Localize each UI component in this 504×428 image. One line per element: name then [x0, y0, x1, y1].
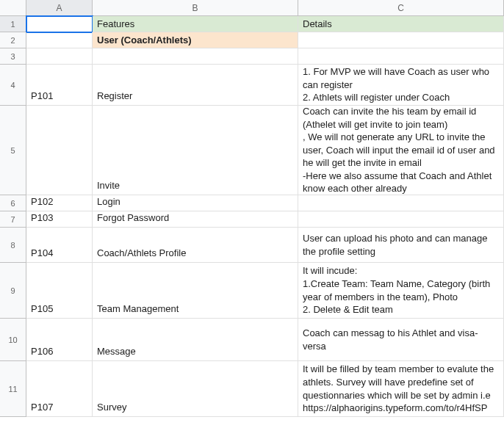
cell-b8[interactable]: Coach/Athlets Profile	[93, 228, 298, 263]
cell-b2[interactable]: User (Coach/Athlets)	[93, 32, 298, 48]
cell-c11[interactable]: It will be filled by team member to eval…	[298, 361, 504, 417]
cell-a11[interactable]: P107	[26, 361, 93, 417]
column-header-c[interactable]: C	[298, 0, 504, 16]
row-header-1[interactable]: 1	[0, 16, 26, 32]
cell-c4[interactable]: 1. For MVP we will have Coach as user wh…	[298, 65, 504, 106]
cell-c3[interactable]	[298, 48, 504, 65]
cell-b10[interactable]: Message	[93, 319, 298, 361]
spreadsheet[interactable]: ABC1FeaturesDetails2User (Coach/Athlets)…	[0, 0, 504, 417]
cell-c1[interactable]: Details	[298, 16, 504, 32]
row-header-7[interactable]: 7	[0, 211, 26, 228]
row-header-3[interactable]: 3	[0, 48, 26, 65]
cell-a3[interactable]	[26, 48, 93, 65]
cell-c10[interactable]: Coach can messag to his Athlet and visa-…	[298, 319, 504, 361]
cell-c2[interactable]	[298, 32, 504, 48]
row-header-6[interactable]: 6	[0, 195, 26, 211]
cell-a4[interactable]: P101	[26, 65, 93, 106]
row-header-11[interactable]: 11	[0, 361, 26, 417]
cell-a8[interactable]: P104	[26, 228, 93, 263]
cell-b1[interactable]: Features	[93, 16, 298, 32]
cell-b11[interactable]: Survey	[93, 361, 298, 417]
cell-a6[interactable]: P102	[26, 195, 93, 211]
cell-a5[interactable]	[26, 106, 93, 195]
cell-a1[interactable]	[26, 16, 93, 32]
select-all-corner[interactable]	[0, 0, 26, 16]
row-header-8[interactable]: 8	[0, 228, 26, 263]
cell-a10[interactable]: P106	[26, 319, 93, 361]
cell-c8[interactable]: User can upload his photo and can manage…	[298, 228, 504, 263]
cell-b4[interactable]: Register	[93, 65, 298, 106]
column-header-b[interactable]: B	[93, 0, 298, 16]
cell-b6[interactable]: Login	[93, 195, 298, 211]
cell-a7[interactable]: P103	[26, 211, 93, 228]
cell-c7[interactable]	[298, 211, 504, 228]
cell-a2[interactable]	[26, 32, 93, 48]
cell-b7[interactable]: Forgot Password	[93, 211, 298, 228]
row-header-4[interactable]: 4	[0, 65, 26, 106]
cell-b9[interactable]: Team Management	[93, 263, 298, 319]
column-header-a[interactable]: A	[26, 0, 93, 16]
cell-c6[interactable]	[298, 195, 504, 211]
row-header-10[interactable]: 10	[0, 319, 26, 361]
cell-c9[interactable]: It will incude: 1.Create Team: Team Name…	[298, 263, 504, 319]
row-header-9[interactable]: 9	[0, 263, 26, 319]
cell-a9[interactable]: P105	[26, 263, 93, 319]
cell-b3[interactable]	[93, 48, 298, 65]
row-header-5[interactable]: 5	[0, 106, 26, 195]
cell-b5[interactable]: Invite	[93, 106, 298, 195]
row-header-2[interactable]: 2	[0, 32, 26, 48]
cell-c5[interactable]: Coach can invite the his team by email i…	[298, 106, 504, 195]
